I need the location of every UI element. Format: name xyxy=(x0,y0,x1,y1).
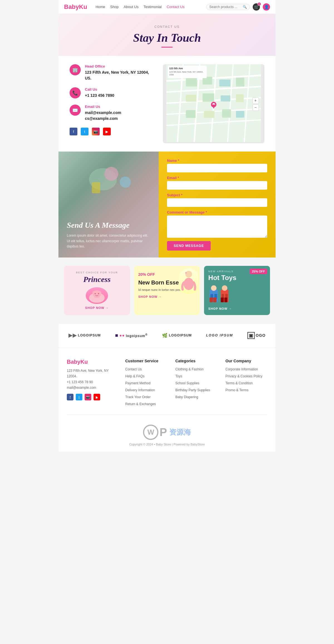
promo1-shop-link[interactable]: SHOP NOW → xyxy=(85,306,109,309)
promo3-shop-link[interactable]: SHOP NOW → xyxy=(208,307,232,310)
footer-co-item-4: Promo & Terms xyxy=(225,387,267,392)
promo1-image xyxy=(86,287,108,304)
svg-rect-13 xyxy=(219,80,230,86)
name-input[interactable] xyxy=(167,164,267,172)
footer-co-link-3[interactable]: Terms & Condition xyxy=(225,381,253,385)
logo-item-2: ■ ●● logoipsum® xyxy=(115,333,148,338)
footer-cat-link-1[interactable]: Clothing & Fashion xyxy=(175,367,203,371)
footer-cat-item-4: Birthday Party Supplies xyxy=(175,387,217,392)
message-textarea[interactable] xyxy=(167,216,267,238)
footer-cs-item-3: Payment Method xyxy=(125,380,167,385)
twitter-icon[interactable]: t xyxy=(81,128,89,135)
search-box[interactable]: 🔍 xyxy=(206,4,250,10)
contact-section: 🏢 Head Office 123 Fifth Ave, New York, N… xyxy=(58,56,276,152)
footer-brand: BabyKu 123 Fifth Ave, New York, NY 12004… xyxy=(67,359,117,406)
send-message-button[interactable]: SEND MESSAGE xyxy=(167,241,211,251)
svg-point-35 xyxy=(104,167,118,181)
logo1-icon: ▶▶ xyxy=(68,332,77,338)
footer-social: f t 📷 ▶ xyxy=(67,394,117,400)
svg-point-43 xyxy=(185,271,192,278)
search-input[interactable] xyxy=(209,5,243,9)
footer-co-link-4[interactable]: Promo & Terms xyxy=(225,388,248,392)
form-decoration xyxy=(81,157,136,199)
facebook-icon[interactable]: f xyxy=(70,128,77,135)
email-input[interactable] xyxy=(167,181,267,190)
nav-about[interactable]: About Us xyxy=(124,5,138,9)
wp-circle: W xyxy=(143,425,158,440)
instagram-icon[interactable]: 📷 xyxy=(92,128,100,135)
logos-section: ▶▶ LOGOIPSUM ■ ●● logoipsum® 🌿 LOGOIPSUM… xyxy=(58,323,276,348)
office-address: 123 Fifth Ave, New York, NY 12004, US. xyxy=(85,70,154,81)
footer-co-item-2: Privacy & Cookies Policy xyxy=(225,373,267,378)
footer-cat-link-3[interactable]: School Supplies xyxy=(175,381,199,385)
footer: BabyKu 123 Fifth Ave, New York, NY 12004… xyxy=(58,348,276,452)
svg-rect-50 xyxy=(210,298,213,302)
search-icon: 🔍 xyxy=(243,5,247,9)
footer-cat-item-5: Baby Diapering xyxy=(175,394,217,399)
promo1-title: Princess xyxy=(83,275,110,284)
contact-info: 🏢 Head Office 123 Fifth Ave, New York, N… xyxy=(70,64,154,143)
footer-cat-link-4[interactable]: Birthday Party Supplies xyxy=(175,388,210,392)
footer-categories-list: Clothing & Fashion Toys School Supplies … xyxy=(175,366,217,399)
promo-card-hottoys: NEW ARRIVALS Hot Toys 25% OFF xyxy=(204,266,270,315)
footer-twitter[interactable]: t xyxy=(76,394,82,400)
office-text: Head Office 123 Fifth Ave, New York, NY … xyxy=(85,64,154,81)
footer-company: Our Company Corporate Information Privac… xyxy=(225,359,267,406)
wp-text: P xyxy=(159,426,167,439)
user-icon[interactable]: 👤 xyxy=(263,3,270,11)
footer-customer-service-list: Contact Us Help & FAQs Payment Method De… xyxy=(125,366,167,406)
footer-youtube[interactable]: ▶ xyxy=(94,394,100,400)
svg-text:+: + xyxy=(254,98,256,103)
footer-cs-link-3[interactable]: Payment Method xyxy=(125,381,151,385)
contact-hero: CONTACT US Stay In Touch xyxy=(58,14,276,56)
footer-co-item-1: Corporate Information xyxy=(225,366,267,371)
form-image-side: Send Us A Message Lorem ipsum dolor sit … xyxy=(58,152,159,257)
nav-home[interactable]: Home xyxy=(95,5,105,9)
logo[interactable]: BabyKu xyxy=(64,3,87,11)
footer-instagram[interactable]: 📷 xyxy=(85,394,91,400)
svg-rect-18 xyxy=(236,94,244,102)
footer-cs-item-1: Contact Us xyxy=(125,366,167,371)
footer-cs-link-2[interactable]: Help & FAQs xyxy=(125,374,144,378)
svg-point-45 xyxy=(185,272,187,274)
footer-cat-link-5[interactable]: Baby Diapering xyxy=(175,395,198,399)
svg-point-44 xyxy=(184,278,194,290)
nav-testimonial[interactable]: Testimonial xyxy=(144,5,162,9)
footer-logo-accent: Ku xyxy=(80,359,88,365)
svg-text:123 5th Ave: 123 5th Ave xyxy=(169,67,183,70)
footer-facebook[interactable]: f xyxy=(67,394,73,400)
promo3-off-badge: 25% OFF xyxy=(250,269,267,274)
footer-co-link-2[interactable]: Privacy & Cookies Policy xyxy=(225,374,262,378)
footer-co-link-1[interactable]: Corporate Information xyxy=(225,367,258,371)
cart-icon[interactable]: 🛒 2 xyxy=(253,3,260,11)
footer-cs-link-6[interactable]: Return & Exchanges xyxy=(125,402,156,406)
logo5-text: OGO xyxy=(256,333,266,338)
office-icon: 🏢 xyxy=(70,64,81,75)
nav-contact[interactable]: Contact Us xyxy=(167,5,185,9)
email1: mail@example.com xyxy=(85,110,121,115)
subject-input[interactable] xyxy=(167,198,267,207)
youtube-icon[interactable]: ▶ xyxy=(103,128,111,135)
footer-cs-link-4[interactable]: Delivery Information xyxy=(125,388,155,392)
footer-cs-link-1[interactable]: Contact Us xyxy=(125,367,142,371)
footer-company-list: Corporate Information Privacy & Cookies … xyxy=(225,366,267,392)
phone-number: +1 123 456 7890 xyxy=(85,93,114,98)
logo-item-3: 🌿 LOGOIPSUM xyxy=(162,333,192,338)
svg-point-40 xyxy=(92,291,101,295)
footer-cs-item-4: Delivery Information xyxy=(125,387,167,392)
phone-label: Call Us xyxy=(85,87,114,91)
footer-cs-link-5[interactable]: Track Your Order xyxy=(125,395,151,399)
phone-text: Call Us +1 123 456 7890 xyxy=(85,87,114,98)
svg-text:USA: USA xyxy=(169,73,174,76)
contact-head-office: 🏢 Head Office 123 Fifth Ave, New York, N… xyxy=(70,64,154,81)
svg-rect-22 xyxy=(236,111,244,118)
promo2-shop-link[interactable]: SHOP NOW → xyxy=(138,295,162,298)
footer-company-title: Our Company xyxy=(225,359,267,363)
nav-shop[interactable]: Shop xyxy=(110,5,119,9)
footer-cat-item-3: School Supplies xyxy=(175,380,217,385)
email-label: Email * xyxy=(167,176,267,180)
svg-rect-36 xyxy=(92,182,100,193)
name-group: Name * xyxy=(167,158,267,172)
footer-cat-link-2[interactable]: Toys xyxy=(175,374,182,378)
promo1-eyebrow: BEST CHOICE FOR YOUR xyxy=(76,271,118,274)
